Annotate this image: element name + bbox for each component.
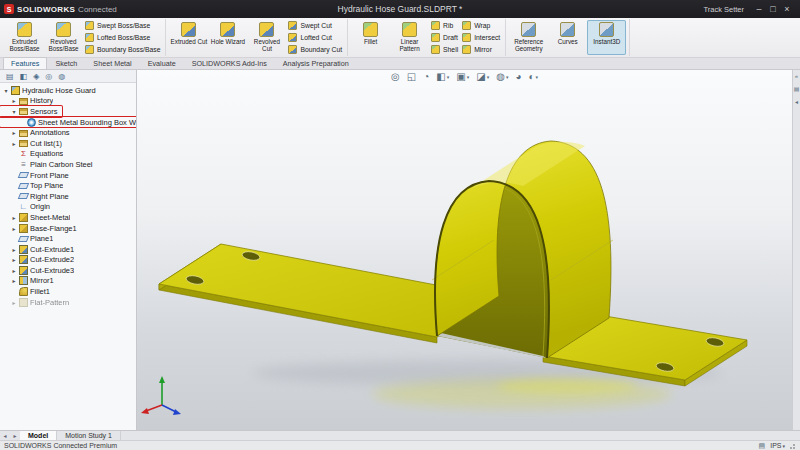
- tree-item-annotations[interactable]: ▸Annotations: [0, 127, 136, 138]
- previous-view-icon[interactable]: ◔: [423, 71, 429, 82]
- sensors-expander[interactable]: ▾: [11, 108, 17, 115]
- tree-item-right-plane[interactable]: Right Plane: [0, 191, 136, 202]
- tree-item-hydraulic-hose-guard[interactable]: ▾Hydraulic Hose Guard: [0, 85, 136, 96]
- linear-pattern-button[interactable]: Linear Pattern: [390, 20, 429, 55]
- tree-item-sheet-metal[interactable]: ▸Sheet-Metal: [0, 212, 136, 223]
- draft-button[interactable]: Draft: [431, 32, 458, 43]
- wrap-icon: [462, 21, 471, 30]
- tree-item-plain-carbon-steel[interactable]: Plain Carbon Steel: [0, 159, 136, 170]
- tree-item-equations[interactable]: Equations: [0, 149, 136, 160]
- resize-grip[interactable]: [790, 443, 796, 449]
- tree-item-sheet-metal-bounding-box-width1-9in[interactable]: Sheet Metal Bounding Box Width1 (9in): [0, 117, 137, 128]
- zoom-fit-icon[interactable]: ◎: [391, 71, 400, 82]
- tree-item-cut-extrude1[interactable]: ▸Cut-Extrude1: [0, 244, 136, 255]
- task-pane-icon[interactable]: ▤: [794, 85, 800, 92]
- configurationmanager-tab[interactable]: ◈: [33, 70, 39, 83]
- cut-extrude1-expander[interactable]: ▸: [11, 246, 17, 253]
- swept-boss-base-button[interactable]: Swept Boss/Base: [85, 20, 160, 31]
- revolved-cut-button[interactable]: Revolved Cut: [247, 20, 286, 55]
- units-selector[interactable]: IPS ▾: [770, 442, 785, 449]
- user-name[interactable]: Track Setter: [703, 5, 744, 14]
- hide-show-icon[interactable]: ◍▾: [496, 71, 508, 82]
- tree-item-flat-pattern[interactable]: ▸Flat-Pattern: [0, 297, 136, 308]
- center-hump[interactable]: [432, 141, 613, 358]
- status-menu-icon[interactable]: ▤: [759, 442, 766, 450]
- extruded-cut-button[interactable]: Extruded Cut: [169, 20, 208, 55]
- tab-evaluate[interactable]: Evaluate: [140, 57, 184, 69]
- fillet-button[interactable]: Fillet: [351, 20, 390, 55]
- chevron-down-icon: ▾: [447, 74, 450, 80]
- lofted-cut-button[interactable]: Lofted Cut: [288, 32, 342, 43]
- cut-list-1-expander[interactable]: ▸: [11, 140, 17, 147]
- mirror-button[interactable]: Mirror: [462, 44, 500, 55]
- tab-sheet-metal[interactable]: Sheet Metal: [85, 57, 139, 69]
- reference-geometry-button[interactable]: Reference Geometry: [509, 20, 548, 55]
- hose-guard-part-view[interactable]: [137, 70, 792, 430]
- tree-item-history[interactable]: ▸History: [0, 96, 136, 107]
- view-orientation-icon[interactable]: ▣▾: [456, 71, 469, 82]
- swept-cut-button[interactable]: Swept Cut: [288, 20, 342, 31]
- curves-button[interactable]: Curves: [548, 20, 587, 55]
- cutlist-icon: [19, 140, 28, 147]
- tree-item-cut-list-1[interactable]: ▸Cut list(1): [0, 138, 136, 149]
- featuremanager-tab[interactable]: ▤: [6, 70, 14, 83]
- tree-item-base-flange1[interactable]: ▸Base-Flange1: [0, 223, 136, 234]
- tree-item-sensors[interactable]: ▾Sensors: [0, 106, 62, 117]
- wrap-button[interactable]: Wrap: [462, 20, 500, 31]
- shell-button[interactable]: Shell: [431, 44, 458, 55]
- sheet-metal-expander[interactable]: ▸: [11, 214, 17, 221]
- cut-extrude3-expander[interactable]: ▸: [11, 267, 17, 274]
- section-view-icon[interactable]: ◧▾: [436, 71, 449, 82]
- tree-item-mirror1[interactable]: ▸Mirror1: [0, 276, 136, 287]
- tab-features[interactable]: Features: [3, 57, 47, 69]
- cut-extrude2-expander[interactable]: ▸: [11, 256, 17, 263]
- history-expander[interactable]: ▸: [11, 97, 17, 104]
- intersect-button[interactable]: Intersect: [462, 32, 500, 43]
- hydraulic-hose-guard-expander[interactable]: ▾: [3, 87, 9, 94]
- scroll-right-icon[interactable]: ▸: [10, 431, 20, 440]
- view-settings-icon[interactable]: ◐▾: [528, 71, 538, 82]
- mirror1-expander[interactable]: ▸: [11, 277, 17, 284]
- minimize-button[interactable]: –: [752, 0, 766, 18]
- rib-button[interactable]: Rib: [431, 20, 458, 31]
- annotations-expander[interactable]: ▸: [11, 129, 17, 136]
- tree-item-fillet1[interactable]: Fillet1: [0, 286, 136, 297]
- command-manager-ribbon: Extruded Boss/BaseRevolved Boss/BaseSwep…: [0, 18, 800, 58]
- tree-item-top-plane[interactable]: Top Plane: [0, 180, 136, 191]
- displaymanager-tab[interactable]: ◍: [58, 70, 65, 83]
- tab-model[interactable]: Model: [20, 431, 57, 440]
- lofted-boss-base-button[interactable]: Lofted Boss/Base: [85, 32, 160, 43]
- graphics-viewport[interactable]: ◎◱◔◧▾▣▾◪▾◍▾◕◐▾: [137, 70, 792, 430]
- scroll-left-icon[interactable]: ◂: [0, 431, 10, 440]
- zoom-area-icon[interactable]: ◱: [407, 71, 416, 82]
- tree-item-cut-extrude3[interactable]: ▸Cut-Extrude3: [0, 265, 136, 276]
- maximize-button[interactable]: □: [766, 0, 780, 18]
- tab-solidworks-add-ins[interactable]: SOLIDWORKS Add-Ins: [184, 57, 275, 69]
- edit-appearance-icon[interactable]: ◕: [515, 71, 521, 82]
- dimxpertmanager-tab[interactable]: ◎: [45, 70, 52, 83]
- close-button[interactable]: ×: [780, 0, 794, 18]
- instant3d-button[interactable]: Instant3D: [587, 20, 626, 55]
- revolved-boss-base-button[interactable]: Revolved Boss/Base: [44, 20, 83, 55]
- flat-pattern-expander[interactable]: ▸: [11, 299, 17, 306]
- tab-motion-study-1[interactable]: Motion Study 1: [57, 431, 121, 440]
- boundary-boss-base-button[interactable]: Boundary Boss/Base: [85, 44, 160, 55]
- tree-item-origin[interactable]: Origin: [0, 202, 136, 213]
- collapse-pane-icon[interactable]: «: [795, 73, 798, 79]
- tree-item-label: History: [30, 96, 53, 105]
- extruded-boss-base-button[interactable]: Extruded Boss/Base: [5, 20, 44, 55]
- equations-icon: [19, 149, 28, 158]
- propertymanager-tab[interactable]: ◧: [20, 70, 28, 83]
- base-flange1-expander[interactable]: ▸: [11, 225, 17, 232]
- hole-wizard-button[interactable]: Hole Wizard: [208, 20, 247, 55]
- pattern-group-stack: RibDraftShell: [429, 20, 460, 55]
- tree-item-label: Fillet1: [30, 287, 50, 296]
- resources-icon[interactable]: ◂: [795, 98, 798, 105]
- tab-analysis-preparation[interactable]: Analysis Preparation: [275, 57, 357, 69]
- tree-item-front-plane[interactable]: Front Plane: [0, 170, 136, 181]
- display-style-icon[interactable]: ◪▾: [476, 71, 489, 82]
- tab-sketch[interactable]: Sketch: [47, 57, 85, 69]
- boundary-cut-button[interactable]: Boundary Cut: [288, 44, 342, 55]
- tree-item-plane1[interactable]: Plane1: [0, 233, 136, 244]
- tree-item-cut-extrude2[interactable]: ▸Cut-Extrude2: [0, 255, 136, 266]
